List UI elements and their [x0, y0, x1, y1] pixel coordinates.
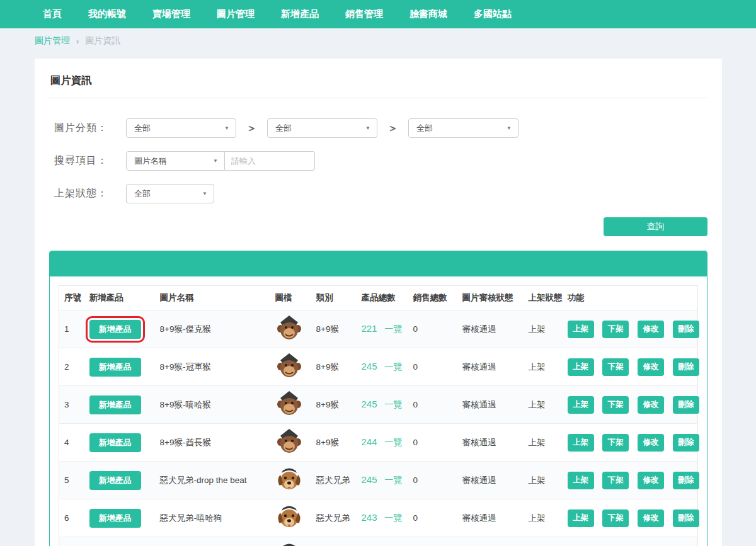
image-category: 8+9猴: [311, 424, 357, 462]
image-name: 惡犬兄弟-嘻哈狗: [155, 499, 270, 537]
table-header: 序號 新增產品 圖片名稱 圖檔 類別 產品總數 銷售總數 圖片審核狀態 上架狀態…: [59, 286, 698, 310]
image-category: 8+9猴: [311, 310, 357, 348]
view-list-link[interactable]: 一覽: [384, 324, 402, 334]
review-status: 審核通過: [457, 424, 524, 462]
table-panel-header: [50, 251, 707, 276]
top-navigation: 首頁 我的帳號 賣場管理 圖片管理 新增產品 銷售管理 臉書商城 多國站點: [0, 0, 756, 28]
view-list-link[interactable]: 一覽: [384, 475, 402, 485]
add-product-button[interactable]: 新增產品: [89, 320, 141, 339]
list-button[interactable]: 上架: [568, 358, 594, 376]
category-select-level1[interactable]: 全部 ▼: [126, 118, 236, 138]
add-product-button[interactable]: 新增產品: [89, 471, 141, 490]
unlist-button[interactable]: 下架: [602, 358, 629, 376]
category-filter-label: 圖片分類：: [54, 122, 112, 135]
delete-button[interactable]: 刪除: [673, 509, 699, 527]
query-button[interactable]: 查詢: [604, 217, 707, 236]
col-header-no: 序號: [59, 286, 84, 310]
edit-button[interactable]: 修改: [638, 321, 664, 338]
view-list-link[interactable]: 一覽: [384, 399, 402, 409]
delete-button[interactable]: 刪除: [673, 472, 699, 489]
product-image: [275, 503, 303, 532]
nav-item-sales[interactable]: 銷售管理: [345, 8, 383, 20]
chevron-down-icon: ▼: [213, 158, 218, 164]
view-list-link[interactable]: 一覽: [384, 437, 402, 447]
unlist-button[interactable]: 下架: [602, 509, 629, 527]
col-header-total: 產品總數: [357, 286, 408, 310]
review-status: 審核通過: [457, 348, 524, 386]
delete-button[interactable]: 刪除: [673, 321, 699, 338]
view-list-link[interactable]: 一覽: [384, 361, 402, 372]
unlist-button[interactable]: 下架: [602, 434, 629, 452]
list-button[interactable]: 上架: [568, 434, 594, 452]
nav-item-home[interactable]: 首頁: [43, 8, 62, 20]
table-row: 6 新增產品 惡犬兄弟-嘻哈狗: [59, 499, 698, 537]
col-header-sales: 銷售總數: [408, 286, 457, 310]
edit-button[interactable]: 修改: [638, 358, 664, 376]
category-select-level3[interactable]: 全部 ▼: [408, 118, 518, 138]
product-total-count: 244: [362, 436, 377, 447]
category-select-level1-value: 全部: [134, 123, 151, 134]
listing-status-select-value: 全部: [134, 188, 151, 200]
list-button[interactable]: 上架: [568, 472, 594, 489]
product-total-count: 221: [362, 323, 377, 334]
listing-status-select[interactable]: 全部 ▼: [126, 184, 214, 203]
delete-button[interactable]: 刪除: [673, 396, 699, 414]
filter-section: 圖片分類： 全部 ▼ ＞ 全部 ▼ ＞ 全部 ▼ 搜尋項目： 圖片名稱 ▼: [49, 118, 707, 203]
search-field-select[interactable]: 圖片名稱 ▼: [126, 151, 225, 171]
category-select-level2[interactable]: 全部 ▼: [267, 118, 377, 138]
nav-item-add-product[interactable]: 新增產品: [281, 8, 319, 20]
row-number: 1: [59, 310, 84, 348]
breadcrumb-link-images[interactable]: 圖片管理: [35, 35, 70, 47]
delete-button[interactable]: 刪除: [673, 358, 699, 376]
nav-item-store[interactable]: 賣場管理: [152, 8, 190, 20]
edit-button[interactable]: 修改: [638, 396, 664, 414]
col-header-name: 圖片名稱: [155, 286, 270, 310]
chevron-down-icon: ▼: [202, 191, 207, 196]
search-input[interactable]: [225, 151, 315, 171]
chevron-down-icon: ▼: [507, 125, 512, 131]
nav-item-account[interactable]: 我的帳號: [88, 8, 126, 20]
edit-button[interactable]: 修改: [638, 434, 664, 452]
filter-row-category: 圖片分類： 全部 ▼ ＞ 全部 ▼ ＞ 全部 ▼: [54, 118, 707, 138]
col-header-review: 圖片審核狀態: [457, 286, 524, 310]
image-name: 惡犬兄弟-drop the beat: [155, 462, 270, 499]
listing-status: 上架: [524, 310, 563, 348]
edit-button[interactable]: 修改: [638, 509, 664, 527]
product-total-count: 245: [362, 399, 377, 409]
product-total-count: 245: [362, 474, 377, 485]
row-number: 3: [59, 386, 84, 424]
status-filter-label: 上架狀態：: [54, 187, 112, 200]
nav-item-multisite[interactable]: 多國站點: [474, 8, 512, 20]
add-product-button[interactable]: 新增產品: [89, 433, 141, 452]
image-category: 惡犬兄弟: [311, 462, 357, 499]
breadcrumb-current: 圖片資訊: [85, 35, 120, 47]
product-image: [275, 427, 303, 456]
list-button[interactable]: 上架: [568, 396, 594, 414]
unlist-button[interactable]: 下架: [602, 396, 629, 414]
sales-total-count: 0: [408, 499, 457, 537]
add-product-button[interactable]: 新增產品: [89, 509, 141, 528]
image-category: 8+9猴: [311, 386, 357, 424]
nav-item-images[interactable]: 圖片管理: [217, 8, 255, 20]
col-header-status: 上架狀態: [524, 286, 563, 310]
nav-item-facebook[interactable]: 臉書商城: [410, 8, 447, 20]
delete-button[interactable]: 刪除: [673, 434, 699, 452]
image-name: 8+9猴-酋長猴: [155, 424, 270, 462]
sales-total-count: 0: [408, 310, 457, 348]
image-table: 序號 新增產品 圖片名稱 圖檔 類別 產品總數 銷售總數 圖片審核狀態 上架狀態…: [59, 285, 698, 546]
table-panel-body: 序號 新增產品 圖片名稱 圖檔 類別 產品總數 銷售總數 圖片審核狀態 上架狀態…: [50, 276, 707, 546]
table-row: 4 新增產品 8+9猴-酋長猴: [59, 424, 698, 462]
category-select-level3-value: 全部: [416, 123, 433, 134]
list-button[interactable]: 上架: [568, 321, 594, 338]
col-header-image: 圖檔: [270, 286, 311, 310]
list-button[interactable]: 上架: [568, 509, 594, 527]
query-row: 查詢: [49, 217, 707, 236]
unlist-button[interactable]: 下架: [602, 321, 629, 338]
add-product-button[interactable]: 新增產品: [89, 395, 141, 414]
edit-button[interactable]: 修改: [638, 472, 664, 489]
unlist-button[interactable]: 下架: [602, 472, 629, 489]
add-product-button[interactable]: 新增產品: [89, 358, 141, 377]
view-list-link[interactable]: 一覽: [384, 513, 402, 523]
sales-total-count: 0: [408, 424, 457, 462]
row-number: 6: [59, 499, 84, 537]
